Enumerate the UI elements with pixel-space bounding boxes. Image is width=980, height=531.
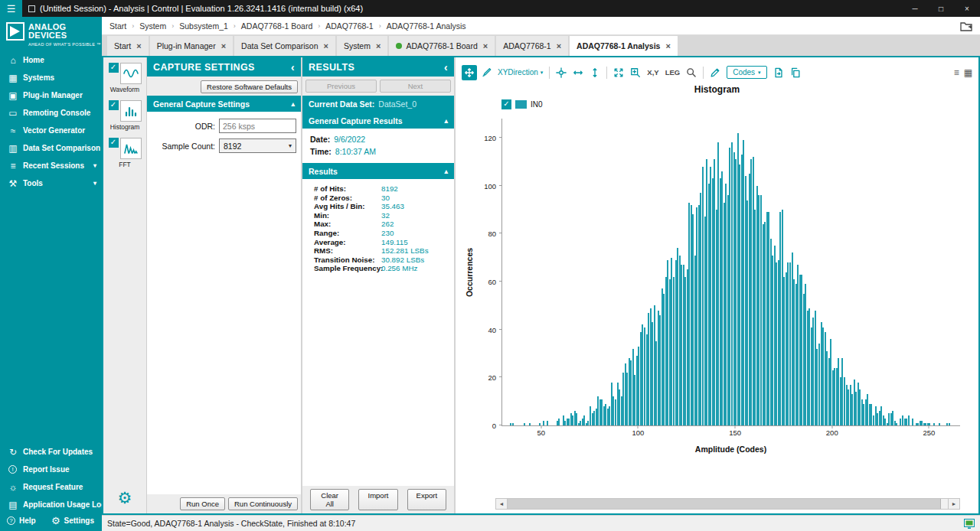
close-icon[interactable]: ×	[376, 41, 381, 50]
tab-plug-in-manager[interactable]: Plug-in Manager×	[150, 36, 233, 56]
scroll-left-button[interactable]: ◄	[496, 499, 508, 509]
close-icon[interactable]: ×	[557, 41, 561, 50]
sidebar-nav-bottom: ↻Check For Updates!Report Issue☼Request …	[0, 443, 102, 513]
scroll-right-button[interactable]: ►	[948, 499, 959, 509]
xy-cursor-toggle[interactable]: X,Y	[645, 68, 661, 77]
scrollbar-track[interactable]	[508, 499, 948, 509]
clear-all-button[interactable]: Clear All	[310, 489, 349, 510]
tab-system[interactable]: System×	[337, 36, 387, 56]
close-button[interactable]: ×	[954, 0, 980, 17]
scrollbar-thumb[interactable]	[508, 499, 941, 509]
import-button[interactable]: Import	[358, 489, 397, 510]
tab-adaq7768-1-board[interactable]: ADAQ7768-1 Board×	[389, 36, 495, 56]
horizontal-scale-icon[interactable]	[570, 65, 586, 80]
minimize-button[interactable]: ─	[902, 0, 928, 17]
sidebar-item-systems[interactable]: ▦Systems	[0, 69, 102, 86]
app-menu-button[interactable]: ☰	[0, 0, 22, 17]
sidebar-item-tools[interactable]: ⚒Tools▾	[0, 174, 102, 192]
checkbox-checked-icon[interactable]: ✓	[109, 100, 119, 110]
sidebar-item-plug-in-manager[interactable]: ▣Plug-in Manager	[0, 86, 102, 104]
xydirection-dropdown[interactable]: XYDirection▾	[495, 68, 545, 77]
move-axes-icon[interactable]	[554, 65, 569, 80]
vertical-scale-icon[interactable]	[587, 65, 603, 80]
close-icon[interactable]: ×	[136, 41, 141, 50]
run-continuously-button[interactable]: Run Continuously	[228, 497, 298, 510]
breadcrumb-item-system[interactable]: System	[139, 21, 166, 31]
annotate-pencil-icon[interactable]	[707, 65, 723, 80]
sidebar-item-help[interactable]: ? Help	[7, 516, 36, 525]
chevron-up-icon[interactable]: ▴	[291, 100, 295, 108]
export-chart-icon[interactable]	[771, 65, 786, 80]
x-tick-mark	[735, 425, 736, 428]
chevron-up-icon[interactable]: ▴	[444, 168, 448, 175]
previous-button[interactable]: Previous	[305, 80, 377, 93]
display-status-icon[interactable]	[964, 519, 975, 529]
sidebar-item-report-issue[interactable]: !Report Issue	[0, 461, 102, 478]
checkbox-checked-icon[interactable]: ✓	[109, 138, 119, 148]
sidebar-item-label: Remoting Console	[23, 109, 90, 117]
maximize-button[interactable]: □	[928, 0, 954, 17]
breadcrumb-item-adaq7768-1-analysis[interactable]: ADAQ7768-1 Analysis	[387, 21, 466, 31]
breadcrumb-item-start[interactable]: Start	[109, 21, 126, 31]
sidebar-item-home[interactable]: ⌂Home	[0, 51, 102, 69]
tab-adaq7768-1[interactable]: ADAQ7768-1×	[496, 36, 568, 56]
sidebar-item-settings[interactable]: ⚙ Settings	[51, 515, 94, 526]
odr-label: ODR:	[152, 122, 219, 131]
close-icon[interactable]: ×	[483, 41, 488, 50]
sidebar-item-vector-generator[interactable]: ≈Vector Generator	[0, 122, 102, 139]
horizontal-scrollbar[interactable]: ◄ ►	[495, 498, 960, 510]
close-icon[interactable]: ×	[221, 41, 226, 50]
chart-title: Histogram	[462, 84, 972, 95]
export-button[interactable]: Export	[407, 489, 446, 510]
adi-logo-icon	[6, 22, 24, 41]
module-histogram[interactable]: ✓Histogram	[109, 100, 142, 131]
y-tick-mark	[499, 137, 502, 138]
tab-start[interactable]: Start×	[107, 36, 149, 56]
x-tick-mark	[831, 425, 832, 428]
sidebar-item-request-feature[interactable]: ☼Request Feature	[0, 478, 102, 496]
sidebar-item-label: Home	[23, 56, 44, 64]
sidebar-item-check-for-updates[interactable]: ↻Check For Updates	[0, 443, 102, 461]
sidebar-item-data-set-comparison[interactable]: ▥Data Set Comparison	[0, 139, 102, 157]
close-icon[interactable]: ×	[324, 41, 328, 50]
legend-checkbox[interactable]: ✓	[501, 99, 511, 109]
histogram-bar	[529, 423, 531, 425]
breadcrumb-item-adaq7768-1-board[interactable]: ADAQ7768-1 Board	[241, 21, 312, 31]
collapse-panel-icon[interactable]: ‹	[291, 61, 295, 73]
tab-data-set-comparison[interactable]: Data Set Comparison×	[234, 36, 335, 56]
pan-tool-icon[interactable]	[462, 65, 477, 80]
module-waveform[interactable]: ✓Waveform	[109, 63, 142, 93]
report-issue-icon: !	[8, 465, 17, 474]
breadcrumb-separator: ›	[234, 22, 236, 30]
codes-dropdown[interactable]: Codes▾	[727, 66, 766, 79]
breadcrumb-item-adaq7768-1[interactable]: ADAQ7768-1	[325, 21, 373, 31]
breadcrumb-item-subsystem-1[interactable]: Subsystem_1	[179, 21, 228, 31]
sample-count-select[interactable]: 8192 ▾	[219, 138, 296, 153]
dock-list-icon[interactable]: ≡	[954, 67, 959, 78]
grid-view-icon[interactable]: ▦	[964, 67, 972, 78]
brush-tool-icon[interactable]	[479, 65, 494, 80]
tool-settings-gear-icon[interactable]: ⚙	[118, 489, 132, 507]
chevron-up-icon[interactable]: ▴	[444, 117, 448, 125]
zoom-box-icon[interactable]	[628, 65, 643, 80]
run-once-button[interactable]: Run Once	[180, 497, 225, 510]
legend-toggle[interactable]: LEG	[663, 68, 683, 77]
sidebar-item-application-usage-logging[interactable]: ▤Application Usage Logging	[0, 496, 102, 513]
sidebar-item-remoting-console[interactable]: ▭Remoting Console	[0, 104, 102, 122]
help-label: Help	[19, 516, 36, 525]
session-folder-icon[interactable]	[960, 21, 972, 31]
fit-view-icon[interactable]	[611, 65, 626, 80]
close-icon[interactable]: ×	[665, 41, 670, 50]
tab-adaq7768-1-analysis[interactable]: ADAQ7768-1 Analysis×	[570, 36, 678, 56]
histogram-bar	[929, 423, 930, 425]
restore-defaults-button[interactable]: Restore Software Defaults	[201, 80, 298, 93]
sidebar-item-recent-sessions[interactable]: ≡Recent Sessions▾	[0, 157, 102, 174]
next-button[interactable]: Next	[380, 80, 451, 93]
plot-area[interactable]: Occurrences 0204060801001205010015020025…	[501, 119, 960, 426]
collapse-panel-icon[interactable]: ‹	[444, 61, 448, 73]
checkbox-checked-icon[interactable]: ✓	[109, 63, 119, 73]
copy-chart-icon[interactable]	[788, 65, 803, 80]
module-fft[interactable]: ✓FFT	[109, 138, 142, 168]
magnifier-icon[interactable]	[684, 65, 699, 80]
odr-input[interactable]	[219, 119, 296, 133]
